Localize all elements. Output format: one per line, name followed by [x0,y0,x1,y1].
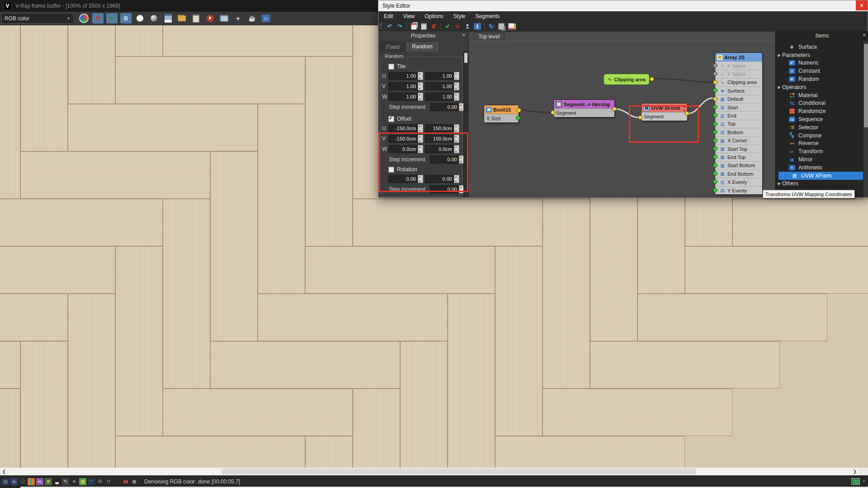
input-socket[interactable] [713,113,717,117]
spinner[interactable] [418,175,423,183]
node-row-segment[interactable]: Segment ▲ [642,112,687,121]
spinner[interactable] [418,72,423,80]
input-socket[interactable] [713,97,717,101]
export-button[interactable] [496,22,506,30]
items-row-others[interactable]: Others [776,180,863,188]
spinner[interactable] [418,124,423,132]
array-input-default[interactable]: ▦Default [715,95,762,103]
items-row-transform[interactable]: ▱Transform [776,147,863,155]
array-input-y-spline[interactable]: ∿Y Spline [715,70,762,78]
h-letter-icon[interactable]: H [105,478,112,485]
display-icon[interactable] [851,478,860,485]
blue-channel-icon[interactable]: B [120,13,132,23]
offset-checkbox[interactable] [388,116,394,122]
items-scrollbar[interactable] [863,41,868,197]
node-expand-triangle[interactable]: ▲ [683,109,685,112]
copy-to-clipboard-icon[interactable] [190,13,202,23]
save-image-icon[interactable] [162,13,174,23]
node-canvas[interactable]: Top level ▣ Box015 X Size [468,31,775,197]
rotation-field-2[interactable]: 0.00 [425,175,454,183]
spinner[interactable] [454,145,459,153]
collapse-top-button[interactable]: ↥ [462,22,472,30]
info-icon[interactable]: ⓘ [19,478,26,485]
refresh-button[interactable]: ↻ [486,22,496,30]
spinner[interactable] [454,72,459,80]
gradient-icon[interactable]: ▌ [28,478,35,485]
array-input-clipping-area[interactable]: ∿Clipping area [715,78,762,86]
array-input-x-evenly[interactable]: ▥X Evenly [715,178,762,186]
tab-random[interactable]: Random [405,41,439,52]
spinner[interactable] [418,135,423,143]
node-close-icon[interactable]: ✕ [682,104,686,109]
clear-image-icon[interactable]: ✘ [204,13,216,23]
scrollbar-thumb[interactable] [464,53,467,63]
render-last-icon[interactable]: ☕ [246,13,258,23]
expand-button[interactable]: ↧ [472,22,482,30]
white-circle-icon[interactable] [134,13,146,23]
spinner[interactable] [418,145,423,153]
node-uvw-xform[interactable]: ▦ UVW XForm ✕ Segment ▲ [641,103,688,121]
rotation-step-field[interactable]: 0.00 [430,185,459,193]
input-socket[interactable] [638,115,642,120]
scrollbar-thumb[interactable] [864,44,868,127]
spinner[interactable] [418,93,423,101]
scrollbar-thumb[interactable] [222,469,696,474]
input-socket[interactable] [713,171,717,176]
output-socket[interactable] [517,108,521,113]
style-editor-titlebar[interactable]: Style Editor ✕ [378,0,868,11]
items-row-material[interactable]: Material [776,91,863,99]
layers-icon[interactable]: ▤ [2,478,9,485]
color-wheel-icon[interactable] [78,13,90,23]
paste-button[interactable] [419,22,429,30]
properties-panel-header[interactable]: Properties ✕ [378,31,468,40]
input-socket[interactable] [713,71,717,76]
white-mode-icon[interactable]: W [96,478,104,485]
close-icon[interactable]: ✕ [863,33,866,38]
menu-segments[interactable]: Segments [476,13,500,19]
tab-fixed[interactable]: Fixed [380,42,405,52]
offset-w-v1-field[interactable]: 0.0cm [388,145,418,153]
items-row-sequence[interactable]: 12Sequence [776,115,863,123]
offset-u-v2-field[interactable]: 150.0cm [425,124,454,132]
node-row-x-size[interactable]: X Size [484,114,519,122]
output-socket[interactable] [685,111,689,116]
input-socket[interactable] [713,155,717,159]
items-row-conditional[interactable]: ⇆Conditional [776,99,863,108]
items-row-surface[interactable]: ◈Surface [776,43,863,51]
copy-button[interactable] [409,22,419,30]
offset-step-field[interactable]: 0.00 [430,155,459,164]
array-input-y-evenly[interactable]: ▤Y Evenly [715,186,762,194]
array-input-end-bottom[interactable]: ▦End Bottom [715,169,762,178]
items-panel-header[interactable]: Items ✕ [776,31,868,40]
red-channel-icon[interactable]: R [92,13,104,23]
input-socket[interactable] [713,188,717,192]
hsl-icon[interactable]: HSL [36,478,43,485]
input-socket[interactable] [713,80,717,84]
undo-button[interactable]: ↶ [385,22,395,30]
menu-options[interactable]: Options [425,13,443,19]
items-row-randomize[interactable]: Randomize [776,107,863,115]
compare-ab-icon[interactable]: ||| [260,13,272,23]
output-socket[interactable] [650,77,654,81]
spinner[interactable] [454,175,459,183]
random-u-v2-field[interactable]: 1.00 [425,72,454,80]
array-input-x-spline[interactable]: ∿X Spline [715,61,762,70]
random-w-v2-field[interactable]: 1.00 [425,93,454,101]
scroll-left-arrow[interactable]: ❮ [1,469,7,474]
properties-scrollbar[interactable] [463,51,468,197]
close-icon[interactable]: ✕ [462,33,466,38]
spinner[interactable] [454,93,459,101]
input-socket[interactable] [551,110,555,115]
items-row-arithmetic[interactable]: xArithmetic [776,164,863,172]
array-input-start-top[interactable]: ▦Start Top [715,145,762,153]
items-row-reverse[interactable]: ↤Reverse [776,140,863,148]
random-v-v2-field[interactable]: 1.00 [425,82,454,90]
pinwheel-icon[interactable]: ✳ [71,478,78,485]
array-input-end-top[interactable]: ▦End Top [715,153,762,161]
items-row-random[interactable]: RRandom [776,75,863,83]
offset-u-v1-field[interactable]: -150.0cm [388,124,418,132]
step-increment-field[interactable]: 0.00 [430,103,459,111]
items-row-compose[interactable]: ▚Compose [776,131,863,140]
node-array-2s[interactable]: ▦ Array 2S ∿X Spline∿Y Spline∿Clipping a… [715,52,763,195]
menu-style[interactable]: Style [453,13,466,19]
